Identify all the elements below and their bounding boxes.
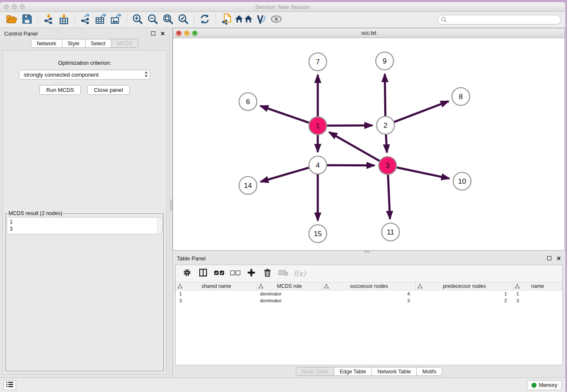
cytoscape-window: Session: New Session — [0, 2, 565, 392]
deselect-all-button[interactable] — [228, 267, 242, 280]
edge-1-6[interactable] — [260, 106, 309, 123]
column-header-successor-nodes[interactable]: successor nodes — [322, 282, 416, 290]
table-cell[interactable]: 4 — [322, 290, 416, 297]
mcds-tab-content: Optimization criterion: strongly connect… — [3, 50, 167, 374]
toolbar-separator — [215, 14, 216, 26]
table-row[interactable]: 1dominator411 — [176, 290, 562, 297]
float-table-panel-icon[interactable] — [547, 256, 551, 260]
graph-edges — [260, 74, 449, 221]
column-flow-icon — [324, 284, 329, 290]
edge-3-11[interactable] — [388, 175, 390, 219]
edge-4-3[interactable] — [327, 165, 374, 166]
tab-mcds[interactable]: MCDS — [111, 39, 138, 47]
close-panel-button[interactable]: Close panel — [87, 85, 130, 95]
close-table-panel-icon[interactable]: ✕ — [556, 256, 561, 261]
splitter-grip[interactable] — [170, 199, 172, 210]
control-panel-header: Control Panel ✕ — [0, 28, 169, 39]
refresh-arrows-icon — [200, 14, 210, 26]
table-cell[interactable]: 1 — [416, 290, 513, 297]
column-header-name[interactable]: name — [513, 282, 562, 290]
mcds-result-box: 13 — [7, 217, 162, 234]
export-table-button[interactable] — [93, 13, 108, 27]
edge-3-1[interactable] — [329, 132, 380, 161]
table-row[interactable]: 3dominator323 — [176, 297, 562, 304]
table-tab-motifs[interactable]: Motifs — [416, 367, 442, 375]
window-titlebar[interactable]: Session: New Session — [0, 2, 565, 12]
tab-style[interactable]: Style — [62, 39, 85, 47]
criterion-value: strongly connected component — [24, 72, 99, 78]
criterion-dropdown[interactable]: strongly connected component — [19, 70, 150, 80]
column-label: shared name — [201, 283, 231, 289]
export-network-icon — [80, 14, 91, 26]
table-cell[interactable]: 3 — [176, 297, 257, 304]
column-header-predecessor-nodes[interactable]: predecessor nodes — [416, 282, 513, 290]
mcds-result-scrollbar[interactable] — [157, 218, 162, 234]
column-flow-icon — [259, 284, 263, 290]
tab-select[interactable]: Select — [85, 39, 111, 47]
tab-network[interactable]: Network — [31, 39, 62, 47]
show-hide-button[interactable] — [269, 13, 284, 27]
plus-icon — [247, 268, 256, 279]
close-panel-icon[interactable]: ✕ — [160, 31, 165, 36]
export-image-button[interactable] — [108, 13, 124, 27]
column-flow-icon — [178, 284, 182, 290]
save-session-button[interactable] — [19, 13, 35, 27]
clone-network-icon — [222, 14, 231, 26]
table-cell[interactable]: 3 — [513, 297, 562, 304]
edge-2-9[interactable] — [385, 74, 385, 116]
main-toolbar — [0, 12, 565, 28]
table-cell[interactable]: 1 — [176, 290, 257, 297]
table-cell[interactable]: 1 — [513, 290, 562, 297]
edge-4-14[interactable] — [261, 168, 309, 182]
edge-3-10[interactable] — [397, 168, 449, 179]
export-image-icon — [110, 14, 121, 26]
import-network-button[interactable] — [41, 13, 56, 27]
select-all-button[interactable] — [212, 267, 226, 280]
task-list-icon — [6, 381, 13, 389]
table-cell[interactable]: dominator — [256, 290, 322, 297]
zoom-out-button[interactable] — [145, 13, 160, 27]
table-tab-network-table[interactable]: Network Table — [372, 367, 416, 375]
import-table-button[interactable] — [56, 13, 72, 27]
function-builder-button[interactable]: f(x) — [292, 267, 307, 280]
table-tab-edge-table[interactable]: Edge Table — [334, 367, 372, 375]
export-network-button[interactable] — [78, 13, 93, 27]
apply-layout-button[interactable] — [197, 13, 212, 27]
edge-2-8[interactable] — [394, 101, 449, 122]
column-header-MCDS-role[interactable]: MCDS role — [256, 282, 322, 290]
delete-table-button[interactable] — [276, 267, 291, 280]
table-cell[interactable]: dominator — [256, 297, 322, 304]
table-header-row: shared nameMCDS rolesuccessor nodesprede… — [176, 282, 562, 290]
column-header-shared-name[interactable]: shared name — [176, 282, 257, 290]
toolbar-separator — [194, 14, 194, 26]
search-input[interactable] — [438, 15, 561, 25]
add-column-button[interactable] — [244, 267, 259, 280]
style-brush-button[interactable] — [253, 13, 269, 27]
horizontal-splitter[interactable] — [173, 251, 565, 253]
network-canvas[interactable]: 7968124314101511 — [173, 38, 564, 250]
float-panel-icon[interactable] — [151, 31, 155, 36]
control-panel-title: Control Panel — [4, 30, 38, 37]
network-titlebar[interactable]: × − + scc.txt — [173, 28, 564, 38]
show-columns-button[interactable] — [196, 267, 210, 280]
open-session-button[interactable] — [4, 13, 19, 27]
table-tab-node-table[interactable]: Node Table — [296, 367, 334, 375]
table-settings-button[interactable] — [180, 267, 194, 280]
run-mcds-button[interactable]: Run MCDS — [39, 85, 81, 95]
clone-network-button[interactable] — [219, 13, 234, 27]
mcds-result-title: MCDS result (2 nodes) — [8, 210, 63, 216]
edge-1-2[interactable] — [327, 125, 372, 126]
import-network-icon — [44, 14, 54, 26]
zoom-selected-button[interactable] — [176, 13, 191, 27]
zoom-in-button[interactable] — [130, 13, 145, 27]
vertical-splitter[interactable] — [169, 28, 173, 378]
table-cell[interactable]: 3 — [322, 297, 416, 304]
delete-column-button[interactable] — [260, 267, 275, 280]
memory-button[interactable]: Memory — [527, 380, 562, 390]
table-cell[interactable]: 2 — [416, 297, 513, 304]
ndex-home-button[interactable] — [234, 13, 253, 27]
zoom-fit-button[interactable] — [160, 13, 176, 27]
horizontal-splitter-grip[interactable] — [364, 251, 370, 253]
task-history-button[interactable] — [3, 380, 16, 390]
edge-2-3[interactable] — [386, 135, 387, 152]
